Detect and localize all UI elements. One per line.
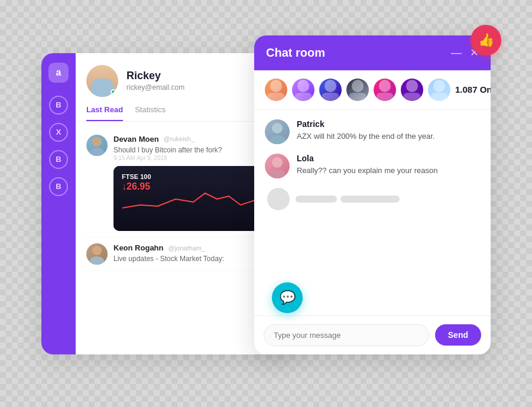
msg-name: Devan Moen (113, 135, 159, 144)
lola-name: Lola (297, 154, 437, 163)
msg-handle: @rukeish_ (164, 135, 195, 142)
patrick-message-content: Patrick AZX will hit 200% by the end of … (297, 119, 434, 142)
online-user-avatar-1 (265, 79, 287, 101)
typing-bar-2 (340, 196, 400, 203)
chat-header: Chat room — ✕ (254, 35, 491, 70)
online-user-avatar-4 (346, 79, 369, 101)
online-user-avatar-7 (428, 79, 450, 101)
lola-avatar (265, 154, 290, 178)
online-strip: 1.087 Online (254, 70, 491, 110)
floating-chat-button[interactable]: 💬 (272, 282, 303, 313)
online-dot (111, 89, 116, 95)
svg-point-0 (92, 137, 102, 146)
chat-bubble-icon: 💬 (280, 290, 296, 305)
send-button[interactable]: Send (435, 324, 481, 346)
typing-indicator (265, 188, 480, 210)
lola-message-content: Lola Really?? can you explain me your re… (297, 154, 437, 177)
svg-point-7 (269, 170, 286, 178)
typing-bars (296, 196, 400, 203)
sidebar: a B X B B (41, 53, 76, 354)
avatar-body (91, 79, 113, 96)
minimize-button[interactable]: — (451, 47, 462, 58)
svg-point-1 (90, 148, 104, 156)
chart-line (122, 187, 277, 219)
chat-message-patrick: Patrick AZX will hit 200% by the end of … (265, 119, 480, 144)
profile-email: rickey@email.com (126, 83, 184, 92)
thumbs-badge: 👍 (471, 25, 501, 56)
svg-point-3 (90, 256, 104, 265)
message-input[interactable] (264, 324, 429, 346)
profile-name: Rickey (126, 70, 184, 82)
sidebar-icon-b2[interactable]: B (49, 150, 68, 169)
sidebar-icon-b3[interactable]: B (49, 177, 68, 196)
msg-name-keon: Keon Rogahn (113, 243, 164, 252)
sidebar-icon-b1[interactable]: B (49, 96, 68, 115)
svg-point-2 (92, 246, 102, 255)
msg-handle-keon: @jonatham_ (168, 245, 206, 252)
patrick-avatar (265, 119, 290, 144)
patrick-text: AZX will hit 200% by the end of the year… (297, 131, 434, 142)
thumbs-icon: 👍 (478, 32, 494, 48)
lola-text: Really?? can you explain me your reason (297, 165, 437, 177)
online-user-avatar-2 (292, 79, 314, 101)
main-container: 👍 a B X B B Rickey ricke (41, 35, 491, 372)
chat-message-lola: Lola Really?? can you explain me your re… (265, 154, 480, 178)
typing-avatar (267, 188, 290, 210)
online-count: 1.087 Online (455, 84, 491, 95)
sidebar-icon-x[interactable]: X (49, 123, 68, 142)
online-user-avatar-6 (401, 79, 423, 101)
patrick-name: Patrick (297, 119, 434, 129)
tab-statistics[interactable]: Statistics (135, 105, 166, 121)
chat-title: Chat room (266, 46, 325, 60)
svg-point-4 (272, 123, 283, 134)
online-user-avatar-3 (319, 79, 342, 101)
profile-info: Rickey rickey@email.com (126, 70, 184, 92)
svg-point-5 (269, 135, 286, 144)
svg-point-6 (272, 157, 283, 168)
tab-last-read[interactable]: Last Read (86, 105, 123, 121)
typing-bar-1 (296, 196, 337, 203)
sidebar-logo: a (48, 63, 69, 83)
msg-avatar-keon (86, 243, 108, 265)
avatar (86, 65, 118, 97)
msg-avatar-devan (86, 135, 108, 156)
online-user-avatar-5 (374, 79, 396, 101)
chat-input-area: Send (254, 315, 491, 354)
